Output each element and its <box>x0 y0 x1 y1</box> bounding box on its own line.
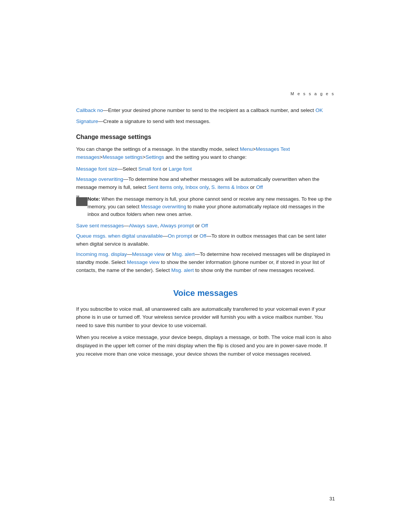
msg-alert-link2[interactable]: Msg. alert <box>171 267 194 273</box>
queue-msgs-feature: Queue msgs. when digital unavailable—On … <box>76 232 335 248</box>
callback-line: Callback no—Enter your desired phone num… <box>76 107 335 115</box>
messages-link[interactable]: Messages <box>256 146 279 152</box>
sep1: > <box>253 146 256 152</box>
callback-label: Callback no <box>76 107 103 113</box>
queue-off-link[interactable]: Off <box>199 233 206 239</box>
overwriting-feature: Message overwriting—To determine how and… <box>76 176 335 192</box>
incoming-text3: to show only the number of new messages … <box>194 267 315 273</box>
menu-link[interactable]: Menu <box>240 146 253 152</box>
callback-text: Enter your desired phone number to send … <box>108 107 315 113</box>
voice-messages-para1: If you subscribe to voice mail, all unan… <box>76 305 335 330</box>
settings-link[interactable]: Settings <box>145 154 164 160</box>
large-font-link[interactable]: Large font <box>169 166 192 172</box>
change-settings-intro: You can change the settings of a message… <box>76 145 335 161</box>
incoming-msg-feature: Incoming msg. display—Message view or Ms… <box>76 251 335 275</box>
incoming-sep: — <box>127 251 132 257</box>
signature-label: Signature <box>76 118 98 124</box>
note-text: Note: When the message memory is full, y… <box>88 195 335 218</box>
voice-messages-heading: Voice messages <box>76 287 335 300</box>
note-box: Note: When the message memory is full, y… <box>76 195 335 218</box>
always-prompt-link[interactable]: Always prompt <box>160 223 194 228</box>
save-off-link[interactable]: Off <box>201 223 208 228</box>
note-bold: Note: <box>88 196 100 202</box>
overwriting-or: or <box>249 184 256 190</box>
intro-text-after: and the setting you want to change: <box>164 154 247 160</box>
message-settings-link[interactable]: Message settings <box>102 154 142 160</box>
callback-ok-link[interactable]: OK <box>315 107 323 113</box>
svg-rect-0 <box>76 197 88 206</box>
msg-alert-link[interactable]: Msg. alert <box>172 251 194 257</box>
inbox-only-link[interactable]: Inbox only <box>185 184 209 190</box>
small-font-link[interactable]: Small font <box>139 166 161 172</box>
note-dog-ear-icon <box>76 195 88 209</box>
queue-or: or <box>192 233 200 239</box>
font-size-label: Message font size <box>76 166 118 172</box>
signature-separator: — <box>98 118 104 124</box>
save-or: or <box>194 223 201 228</box>
queue-msgs-label: Queue msgs. when digital unavailable <box>76 233 162 239</box>
message-view-link[interactable]: Message view <box>132 251 165 257</box>
signature-line: Signature—Create a signature to send wit… <box>76 118 335 126</box>
content-area: Callback no—Enter your desired phone num… <box>76 107 335 358</box>
font-size-sep: —Select <box>118 166 139 172</box>
change-settings-heading: Change message settings <box>76 133 335 142</box>
queue-sep: — <box>162 233 168 239</box>
always-save-link[interactable]: Always save <box>129 223 158 228</box>
font-or: or <box>161 166 169 172</box>
page-header: M e s s a g e s <box>290 91 335 96</box>
incoming-or: or <box>165 251 172 257</box>
intro-text-before: You can change the settings of a message… <box>76 146 240 152</box>
s-items-inbox-link[interactable]: S. items & Inbox <box>211 184 249 190</box>
queue-on-prompt-link[interactable]: On prompt <box>168 233 192 239</box>
save-sent-feature: Save sent messages—Always save, Always p… <box>76 222 335 230</box>
overwriting-comma1: , <box>183 184 186 190</box>
note-overwriting-link[interactable]: Message overwriting <box>141 204 186 209</box>
page: M e s s a g e s Callback no—Enter your d… <box>0 0 411 532</box>
save-sent-label: Save sent messages <box>76 223 124 228</box>
page-number: 31 <box>330 496 335 502</box>
font-size-feature: Message font size—Select Small font or L… <box>76 165 335 173</box>
save-sent-sep: — <box>124 223 129 228</box>
message-view-link2[interactable]: Message view <box>127 259 160 265</box>
callback-separator: — <box>103 107 108 113</box>
save-comma: , <box>158 223 160 228</box>
overwriting-label: Message overwriting <box>76 176 123 182</box>
incoming-label: Incoming msg. display <box>76 251 127 257</box>
signature-text: Create a signature to send with text mes… <box>103 118 210 124</box>
voice-messages-para2: When you receive a voice message, your d… <box>76 333 335 358</box>
sent-items-only-link[interactable]: Sent items only <box>148 184 182 190</box>
overwriting-off-link[interactable]: Off <box>256 184 263 190</box>
